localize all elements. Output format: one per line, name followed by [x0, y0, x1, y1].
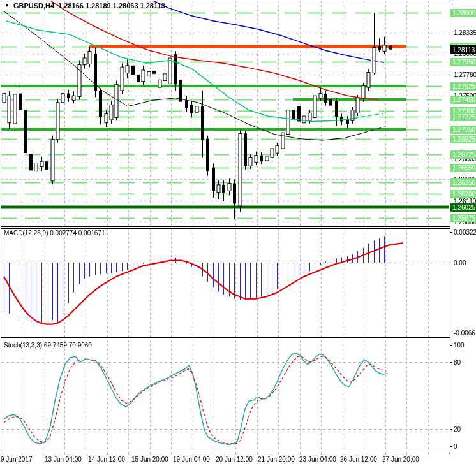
mt4-chart-window: ▼ GBPUSD,H4 1.28166 1.28189 1.28063 1.28… [0, 0, 476, 466]
stoch-panel[interactable] [1, 340, 450, 451]
main-chart-panel[interactable] [1, 1, 450, 227]
price-axis[interactable] [450, 1, 476, 451]
macd-panel[interactable] [1, 228, 450, 338]
time-axis[interactable] [1, 452, 476, 466]
